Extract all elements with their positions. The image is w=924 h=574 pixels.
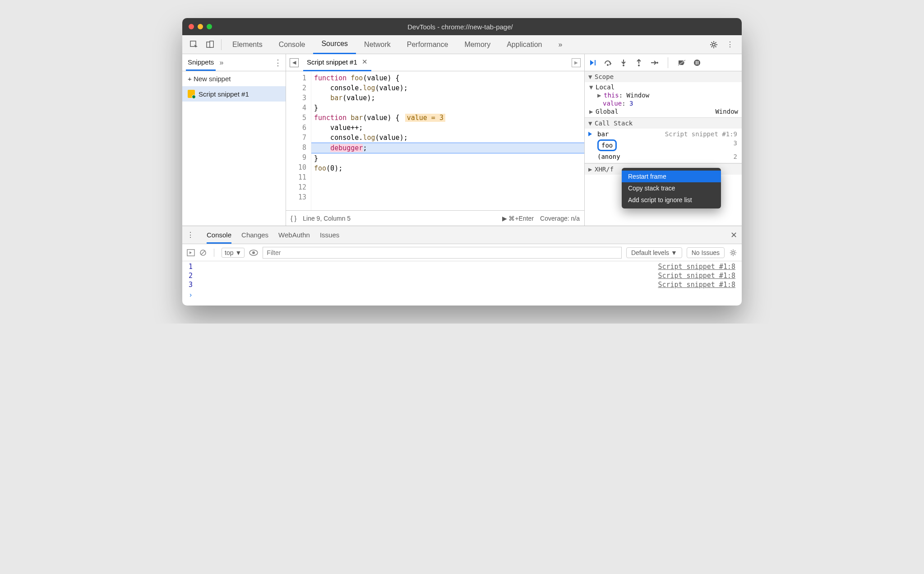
tab-memory[interactable]: Memory bbox=[456, 35, 499, 54]
drawer-tab-webauthn[interactable]: WebAuthn bbox=[278, 231, 310, 239]
run-hint: ▶ ⌘+Enter bbox=[502, 215, 534, 222]
console-settings-icon[interactable] bbox=[729, 249, 737, 257]
console-row: 1Script snippet #1:8 bbox=[182, 262, 742, 271]
snippets-tab[interactable]: Snippets bbox=[186, 55, 216, 71]
navigator-panel: Snippets » ⋮ + New snippet Script snippe… bbox=[182, 54, 286, 226]
run-indicator-icon[interactable]: ▶ bbox=[572, 58, 581, 67]
svg-rect-2 bbox=[210, 41, 213, 47]
scope-global-label[interactable]: Global bbox=[596, 108, 619, 115]
line-gutter: 12345678910111213 bbox=[286, 71, 311, 210]
svg-point-19 bbox=[732, 251, 734, 254]
console-row: 2Script snippet #1:8 bbox=[182, 271, 742, 280]
svg-point-18 bbox=[252, 251, 255, 254]
scope-this-value: Window bbox=[627, 92, 650, 99]
sources-panel: Snippets » ⋮ + New snippet Script snippe… bbox=[182, 54, 742, 226]
scope-header[interactable]: ▼Scope bbox=[585, 71, 742, 82]
drawer-tab-console[interactable]: Console bbox=[207, 226, 231, 244]
svg-point-7 bbox=[638, 65, 640, 66]
drawer: ⋮ Console Changes WebAuthn Issues ✕ top … bbox=[182, 226, 742, 306]
source-content[interactable]: function foo(value) { console.log(value)… bbox=[311, 71, 584, 210]
callstack-header[interactable]: ▼Call Stack bbox=[585, 118, 742, 129]
step-into-icon[interactable] bbox=[619, 58, 628, 67]
pretty-print-icon[interactable]: { } bbox=[291, 215, 296, 222]
levels-selector[interactable]: Default levels ▼ bbox=[626, 247, 682, 258]
callstack-frame[interactable]: (anony2 bbox=[585, 152, 742, 161]
resume-icon[interactable] bbox=[588, 58, 597, 67]
titlebar: DevTools - chrome://new-tab-page/ bbox=[182, 18, 742, 35]
scope-value-key[interactable]: value bbox=[603, 100, 622, 107]
scope-this-key[interactable]: this bbox=[604, 92, 619, 99]
callstack-section: ▼Call Stack barScript snippet #1:9foo3(a… bbox=[585, 118, 742, 163]
svg-rect-13 bbox=[698, 61, 698, 65]
main-tabs: Elements Console Sources Network Perform… bbox=[224, 35, 706, 54]
pause-exceptions-icon[interactable] bbox=[693, 58, 702, 67]
svg-point-6 bbox=[623, 65, 624, 66]
close-file-icon[interactable]: ✕ bbox=[362, 58, 368, 66]
debugger-toolbar bbox=[585, 54, 742, 71]
svg-point-11 bbox=[694, 60, 700, 66]
context-selector[interactable]: top ▼ bbox=[222, 248, 245, 258]
step-icon[interactable] bbox=[650, 58, 659, 67]
snippet-item[interactable]: Script snippet #1 bbox=[182, 86, 286, 102]
inspect-icon[interactable] bbox=[189, 39, 199, 50]
tab-console[interactable]: Console bbox=[271, 35, 314, 54]
console-row: 3Script snippet #1:8 bbox=[182, 280, 742, 289]
tabs-overflow-icon[interactable]: » bbox=[550, 35, 570, 54]
settings-icon[interactable] bbox=[708, 39, 719, 50]
drawer-tab-issues[interactable]: Issues bbox=[320, 231, 339, 239]
scope-local-label[interactable]: Local bbox=[596, 83, 614, 91]
drawer-close-icon[interactable]: ✕ bbox=[730, 230, 737, 240]
device-toggle-icon[interactable] bbox=[205, 39, 216, 50]
snippet-file-icon bbox=[188, 90, 195, 98]
step-out-icon[interactable] bbox=[634, 58, 643, 67]
tab-network[interactable]: Network bbox=[356, 35, 399, 54]
ctx-add-ignore-list[interactable]: Add script to ignore list bbox=[622, 194, 721, 206]
console-prompt[interactable]: › bbox=[182, 289, 742, 301]
tab-elements[interactable]: Elements bbox=[224, 35, 271, 54]
more-icon[interactable]: ⋮ bbox=[725, 39, 735, 50]
tab-application[interactable]: Application bbox=[499, 35, 550, 54]
tab-sources[interactable]: Sources bbox=[313, 35, 356, 54]
svg-rect-12 bbox=[696, 61, 697, 65]
scope-global-value: Window bbox=[715, 108, 738, 115]
scope-section: ▼Scope ▼Local ▶this: Window value: 3 ▶Gl… bbox=[585, 71, 742, 118]
issues-button[interactable]: No Issues bbox=[687, 247, 725, 258]
close-window-button[interactable] bbox=[189, 24, 194, 29]
drawer-tabs: ⋮ Console Changes WebAuthn Issues ✕ bbox=[182, 226, 742, 244]
console-toolbar: top ▼ Default levels ▼ No Issues bbox=[182, 244, 742, 261]
navigator-menu-icon[interactable]: ⋮ bbox=[274, 58, 282, 68]
callstack-frame[interactable]: foo3 bbox=[585, 139, 742, 152]
ctx-copy-stack-trace[interactable]: Copy stack trace bbox=[622, 182, 721, 194]
source-link[interactable]: Script snippet #1:8 bbox=[658, 272, 735, 280]
step-over-icon[interactable] bbox=[604, 58, 613, 67]
traffic-lights bbox=[189, 24, 212, 29]
drawer-tab-changes[interactable]: Changes bbox=[241, 231, 268, 239]
toggle-navigator-icon[interactable]: ◀ bbox=[290, 58, 299, 67]
tab-performance[interactable]: Performance bbox=[399, 35, 457, 54]
console-output: 1Script snippet #1:82Script snippet #1:8… bbox=[182, 261, 742, 306]
svg-rect-4 bbox=[595, 60, 596, 65]
callstack-frame[interactable]: barScript snippet #1:9 bbox=[585, 130, 742, 139]
console-sidebar-toggle-icon[interactable] bbox=[187, 249, 195, 256]
source-link[interactable]: Script snippet #1:8 bbox=[658, 263, 735, 271]
code-editor[interactable]: 12345678910111213 function foo(value) { … bbox=[286, 71, 584, 210]
file-name: Script snippet #1 bbox=[307, 58, 357, 66]
snippet-item-label: Script snippet #1 bbox=[199, 90, 249, 98]
filter-input[interactable] bbox=[263, 247, 622, 259]
svg-point-8 bbox=[656, 62, 658, 64]
minimize-window-button[interactable] bbox=[198, 24, 203, 29]
source-link[interactable]: Script snippet #1:8 bbox=[658, 281, 735, 289]
debugger-panel: ▼Scope ▼Local ▶this: Window value: 3 ▶Gl… bbox=[585, 54, 742, 226]
cursor-position: Line 9, Column 5 bbox=[303, 215, 351, 222]
clear-console-icon[interactable] bbox=[199, 249, 207, 256]
new-snippet-button[interactable]: + New snippet bbox=[182, 71, 286, 86]
maximize-window-button[interactable] bbox=[207, 24, 212, 29]
main-toolbar: Elements Console Sources Network Perform… bbox=[182, 35, 742, 54]
ctx-restart-frame[interactable]: Restart frame bbox=[622, 171, 721, 182]
navigator-overflow-icon[interactable]: » bbox=[219, 59, 223, 67]
editor-file-tab[interactable]: Script snippet #1 ✕ bbox=[303, 54, 371, 71]
live-expression-icon[interactable] bbox=[249, 250, 258, 256]
drawer-menu-icon[interactable]: ⋮ bbox=[187, 231, 194, 239]
scope-value-val: 3 bbox=[629, 100, 633, 107]
deactivate-breakpoints-icon[interactable] bbox=[677, 58, 686, 67]
